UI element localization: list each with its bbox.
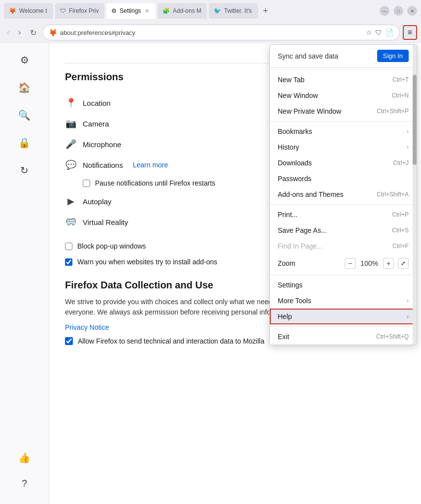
- nav-bar: ‹ › ↻ 🦊 about:preferences#privacy ☆ 🛡 📄 …: [0, 22, 421, 43]
- tab-label: Welcome t: [19, 7, 47, 14]
- back-button[interactable]: ‹: [4, 26, 12, 39]
- menu-item-print[interactable]: Print... Ctrl+P: [270, 207, 417, 222]
- tab-favicon: 🧩: [162, 7, 170, 14]
- pdf-icon[interactable]: 📄: [385, 29, 393, 36]
- dropdown-menu: Sync and save data Sign In New Tab Ctrl+…: [269, 44, 417, 345]
- menu-item-new-window[interactable]: New Window Ctrl+N: [270, 88, 417, 103]
- scrollbar-thumb[interactable]: [413, 75, 417, 165]
- tab-addons[interactable]: 🧩 Add-ons M: [158, 3, 207, 19]
- zoom-control: − 100% + ⤢: [345, 258, 409, 269]
- menu-item-bookmarks[interactable]: Bookmarks ›: [270, 124, 417, 139]
- sign-in-button[interactable]: Sign In: [377, 50, 409, 62]
- tab-twitter[interactable]: 🐦 Twitter. It's: [209, 3, 258, 19]
- autoplay-icon: ▶: [65, 196, 77, 207]
- sidebar-icon-help[interactable]: ?: [16, 474, 33, 492]
- menu-item-settings[interactable]: Settings: [270, 277, 417, 293]
- allow-firefox-checkbox[interactable]: [65, 337, 73, 345]
- menu-item-downloads[interactable]: Downloads Ctrl+J: [270, 155, 417, 171]
- notifications-icon: 💬: [65, 159, 77, 170]
- block-popups-checkbox[interactable]: [65, 243, 72, 250]
- new-tab-button[interactable]: +: [260, 6, 271, 16]
- title-bar: 🦊 Welcome t 🛡 Firefox Priv ⚙ Settings ✕ …: [0, 0, 421, 22]
- address-text: about:preferences#privacy: [60, 29, 363, 36]
- menu-divider-1: [270, 69, 417, 70]
- vr-label: Virtual Reality: [83, 218, 128, 226]
- help-arrow-icon: ›: [407, 313, 409, 320]
- location-icon: 📍: [65, 97, 77, 108]
- menu-item-addons-themes[interactable]: Add-ons and Themes Ctrl+Shift+A: [270, 187, 417, 202]
- menu-item-passwords[interactable]: Passwords: [270, 171, 417, 187]
- menu-item-more-tools[interactable]: More Tools ›: [270, 293, 417, 309]
- menu-item-new-private-window[interactable]: New Private Window Ctrl+Shift+P: [270, 103, 417, 119]
- camera-label: Camera: [83, 120, 109, 128]
- sidebar-icon-sync[interactable]: ↻: [16, 161, 33, 179]
- tab-close-icon[interactable]: ✕: [145, 8, 149, 14]
- zoom-expand-button[interactable]: ⤢: [398, 258, 409, 269]
- bookmarks-arrow-icon: ›: [407, 128, 409, 135]
- tab-settings[interactable]: ⚙ Settings ✕: [106, 3, 156, 19]
- zoom-out-button[interactable]: −: [345, 258, 356, 269]
- camera-icon: 📷: [65, 118, 77, 129]
- maximize-button[interactable]: □: [393, 6, 403, 16]
- menu-divider-5: [270, 326, 417, 327]
- reload-button[interactable]: ↻: [27, 26, 39, 39]
- menu-item-save-page[interactable]: Save Page As... Ctrl+S: [270, 222, 417, 238]
- hamburger-menu-button[interactable]: ≡: [403, 25, 417, 40]
- bookmark-star-icon[interactable]: ☆: [366, 29, 372, 36]
- tab-favicon: ⚙: [111, 7, 117, 14]
- tab-label: Add-ons M: [173, 7, 201, 14]
- sidebar: ⚙ 🏠 🔍 🔒 ↻ 👍 ?: [0, 43, 49, 504]
- menu-item-history[interactable]: History ›: [270, 139, 417, 155]
- allow-firefox-label: Allow Firefox to send technical and inte…: [78, 337, 264, 345]
- menu-item-zoom: Zoom − 100% + ⤢: [270, 254, 417, 273]
- close-button[interactable]: ✕: [407, 6, 417, 16]
- menu-divider-3: [270, 204, 417, 205]
- sidebar-icon-gear[interactable]: ⚙: [16, 51, 33, 69]
- window-controls: — □ ✕: [380, 6, 417, 16]
- sidebar-icon-home[interactable]: 🏠: [16, 79, 33, 96]
- tab-label: Firefox Priv: [69, 7, 99, 14]
- minimize-button[interactable]: —: [380, 6, 389, 16]
- scrollbar-track: [413, 45, 417, 345]
- warn-addons-checkbox[interactable]: [65, 258, 72, 266]
- history-arrow-icon: ›: [407, 144, 409, 151]
- tab-label: Settings: [120, 7, 141, 14]
- tab-label: Twitter. It's: [224, 7, 252, 14]
- location-label: Location: [83, 99, 111, 107]
- tab-favicon: 🛡: [60, 7, 66, 14]
- zoom-value: 100%: [359, 259, 379, 267]
- zoom-in-button[interactable]: +: [383, 258, 394, 269]
- tab-favicon: 🦊: [9, 7, 16, 14]
- vpn-shield-icon[interactable]: 🛡: [375, 29, 382, 36]
- tab-favicon: 🐦: [214, 7, 221, 14]
- notifications-label: Notifications: [83, 161, 123, 169]
- tab-welcome[interactable]: 🦊 Welcome t: [4, 3, 53, 19]
- more-tools-arrow-icon: ›: [407, 297, 409, 304]
- pause-notifications-checkbox[interactable]: [83, 180, 90, 187]
- warn-addons-label: Warn you when websites try to install ad…: [77, 258, 217, 266]
- tab-firefox-priv[interactable]: 🛡 Firefox Priv: [55, 3, 104, 19]
- zoom-label: Zoom: [278, 259, 295, 267]
- vr-icon: 🥽: [65, 217, 77, 227]
- pause-notifications-label: Pause notifications until Firefox restar…: [95, 179, 215, 187]
- menu-divider-2: [270, 121, 417, 122]
- menu-sync-header: Sync and save data Sign In: [270, 45, 417, 67]
- menu-item-exit[interactable]: Exit Ctrl+Shift+Q: [270, 329, 417, 345]
- menu-item-find-in-page: Find In Page... Ctrl+F: [270, 238, 417, 254]
- sync-label: Sync and save data: [278, 52, 338, 60]
- sidebar-icon-thumbsup[interactable]: 👍: [16, 449, 33, 467]
- notifications-learn-more[interactable]: Learn more: [133, 161, 168, 169]
- microphone-icon: 🎤: [65, 139, 77, 150]
- sidebar-icon-search[interactable]: 🔍: [16, 106, 33, 124]
- forward-button[interactable]: ›: [15, 26, 24, 39]
- sidebar-bottom: 👍 ?: [16, 449, 33, 496]
- menu-divider-4: [270, 275, 417, 275]
- menu-item-help[interactable]: Help ›: [270, 309, 417, 324]
- address-bar[interactable]: 🦊 about:preferences#privacy ☆ 🛡 📄: [42, 25, 400, 40]
- browser-window: 🦊 Welcome t 🛡 Firefox Priv ⚙ Settings ✕ …: [0, 0, 421, 504]
- content-area: ⚙ 🏠 🔍 🔒 ↻ 👍 ? Permissions 📍 Location 📷 C…: [0, 43, 421, 504]
- menu-item-new-tab[interactable]: New Tab Ctrl+T: [270, 72, 417, 88]
- sidebar-icon-lock[interactable]: 🔒: [16, 134, 33, 152]
- microphone-label: Microphone: [83, 140, 121, 149]
- browser-favicon: 🦊: [49, 29, 57, 36]
